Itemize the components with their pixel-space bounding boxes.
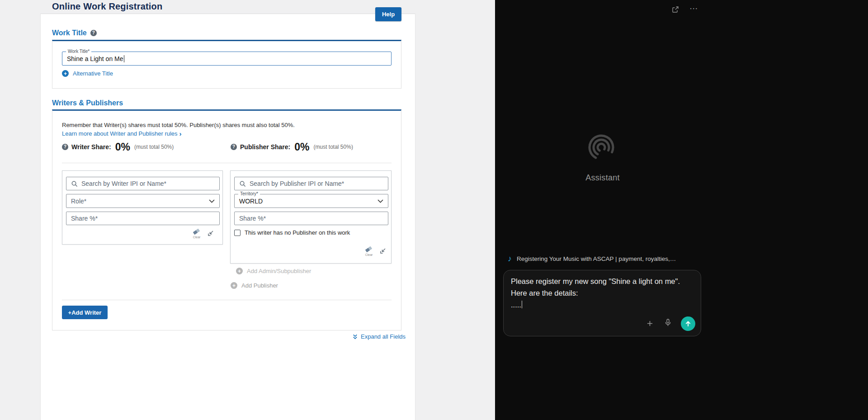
add-publisher-link[interactable]: + Add Publisher (231, 282, 278, 289)
publisher-search-field (234, 177, 388, 190)
chat-line-1-text: Please register my new song "Shine a lig… (511, 277, 680, 285)
add-admin-subpublisher-link[interactable]: + Add Admin/Subpublisher (236, 268, 311, 274)
assistant-panel: ⋯ Assistant ♪ Registering Your Music wit… (495, 0, 868, 420)
send-button[interactable] (681, 316, 695, 331)
chat-input-box[interactable]: Please register my new song "Shine a lig… (503, 270, 701, 336)
writer-clear-label: Clear (193, 236, 201, 239)
publisher-collapse-icon[interactable] (379, 247, 387, 256)
assistant-logo (588, 134, 617, 165)
plus-circle-icon: + (62, 70, 69, 77)
plus-circle-icon: + (231, 282, 237, 289)
eraser-icon (364, 246, 373, 253)
work-title-heading: Work Title (52, 29, 87, 37)
chat-input-text[interactable]: Please register my new song "Shine a lig… (511, 275, 693, 311)
open-external-icon[interactable] (672, 6, 679, 13)
chat-line-3-text: ..... (511, 301, 521, 309)
publisher-territory-select[interactable]: Territory* WORLD (234, 194, 388, 208)
role-placeholder: Role* (71, 198, 86, 205)
publisher-share-note: (must total 50%) (314, 144, 353, 150)
arrow-up-icon (685, 321, 691, 327)
work-title-field-label: Work Title* (66, 49, 91, 54)
no-publisher-label: This writer has no Publisher on this wor… (245, 229, 350, 236)
publisher-share-label: Publisher Share: (240, 143, 290, 151)
publisher-share-summary: ? Publisher Share: 0% (must total 50%) (231, 140, 353, 154)
double-chevron-down-icon (352, 334, 358, 340)
chat-line-2-text: Here are the details: (511, 289, 578, 297)
help-question-icon[interactable]: ? (90, 30, 97, 36)
writer-share-label: Writer Share: (71, 143, 111, 151)
writer-search-input[interactable] (81, 180, 215, 187)
publisher-card: Territory* WORLD This writer has no Publ… (230, 170, 392, 264)
writers-publishers-heading: Writers & Publishers (52, 99, 123, 107)
writer-collapse-icon[interactable] (207, 230, 214, 239)
add-publisher-label: Add Publisher (241, 282, 278, 289)
page-title: Online Work Registration (52, 1, 162, 12)
plus-circle-icon: + (236, 268, 243, 274)
writer-share-input[interactable] (71, 215, 215, 222)
assistant-name: Assistant (503, 173, 702, 183)
microphone-icon[interactable] (665, 318, 671, 327)
learn-more-link[interactable]: Learn more about Writer and Publisher ru… (62, 130, 182, 137)
publisher-clear-button[interactable]: Clear (364, 246, 373, 256)
add-admin-label: Add Admin/Subpublisher (247, 268, 311, 274)
learn-more-label: Learn more about Writer and Publisher ru… (62, 130, 178, 137)
no-publisher-checkbox-row[interactable]: This writer has no Publisher on this wor… (234, 229, 350, 236)
writer-share-field (66, 212, 220, 225)
publisher-share-input[interactable] (239, 215, 383, 222)
chat-caret (522, 301, 523, 308)
publisher-share-field (234, 212, 388, 225)
chat-line-2: Here are the details: (511, 287, 693, 299)
eraser-icon (192, 228, 201, 235)
expand-all-label: Expand all Fields (361, 333, 406, 340)
chevron-down-icon (209, 199, 215, 203)
alternative-title-label: Alternative Title (73, 70, 113, 77)
text-caret (124, 55, 124, 62)
attach-plus-icon[interactable] (646, 320, 653, 327)
work-title-section-header: Work Title ? (52, 29, 97, 37)
chat-history-item[interactable]: ♪ Registering Your Music with ASCAP | pa… (508, 255, 698, 263)
writer-card: Role* Clear (62, 170, 223, 245)
writer-share-summary: ? Writer Share: 0% (must total 50%) (62, 140, 174, 154)
help-button[interactable]: Help (375, 7, 401, 21)
writer-share-note: (must total 50%) (134, 144, 174, 150)
more-options-icon[interactable]: ⋯ (689, 4, 698, 13)
work-title-field-value: Shine a Light on Me (67, 55, 123, 62)
writers-publishers-section-header: Writers & Publishers (52, 99, 123, 107)
writer-clear-button[interactable]: Clear (192, 228, 201, 239)
territory-value: WORLD (239, 198, 263, 205)
alternative-title-link[interactable]: + Alternative Title (62, 70, 113, 77)
writer-share-help-icon[interactable]: ? (62, 144, 68, 150)
territory-label: Territory* (238, 191, 260, 196)
add-writer-button[interactable]: +Add Writer (62, 306, 108, 319)
search-icon (239, 180, 246, 187)
work-title-field[interactable]: Work Title* Shine a Light on Me (62, 52, 392, 66)
shares-reminder-text: Remember that Writer(s) shares must tota… (62, 122, 295, 128)
chevron-down-icon (377, 199, 383, 203)
expand-all-fields-link[interactable]: Expand all Fields (352, 333, 406, 340)
history-title: Registering Your Music with ASCAP | paym… (517, 255, 676, 262)
publisher-share-value: 0% (294, 141, 309, 153)
section-divider (62, 163, 392, 163)
writer-search-field (66, 177, 220, 190)
publisher-clear-label: Clear (365, 253, 373, 256)
publisher-search-input[interactable] (250, 180, 383, 187)
work-registration-pane: Online Work Registration Help Work Title… (0, 0, 495, 420)
chevron-right-icon: › (179, 130, 182, 137)
no-publisher-checkbox[interactable] (234, 230, 241, 236)
writer-share-value: 0% (115, 141, 130, 153)
writer-role-select[interactable]: Role* (66, 194, 220, 208)
screen: Online Work Registration Help Work Title… (0, 0, 868, 420)
section-divider (62, 300, 392, 300)
music-note-icon: ♪ (508, 255, 512, 263)
search-icon (71, 180, 78, 187)
chat-line-1: Please register my new song "Shine a lig… (511, 275, 693, 287)
publisher-share-help-icon[interactable]: ? (231, 144, 237, 150)
chat-line-3: ..... (511, 299, 693, 311)
